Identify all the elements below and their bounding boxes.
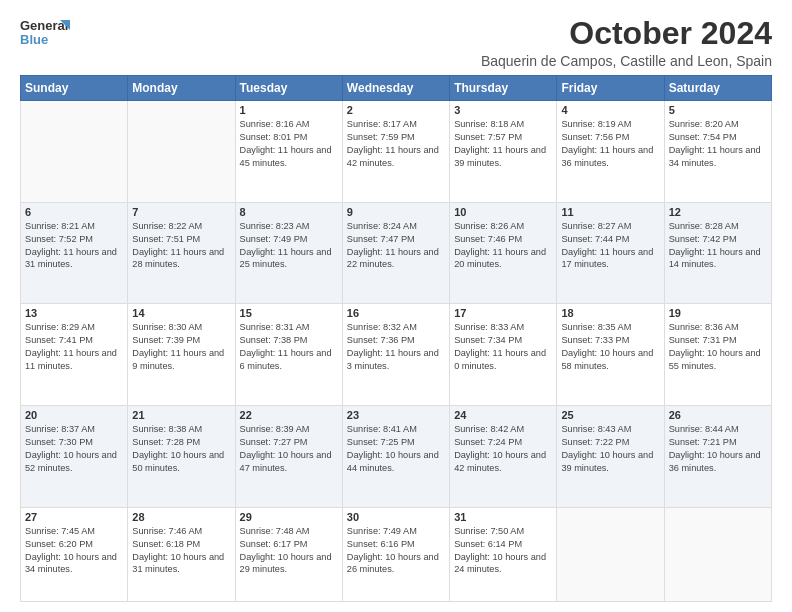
day-cell	[21, 101, 128, 203]
week-row-5: 27Sunrise: 7:45 AM Sunset: 6:20 PM Dayli…	[21, 507, 772, 601]
day-detail: Sunrise: 8:24 AM Sunset: 7:47 PM Dayligh…	[347, 220, 445, 272]
day-cell: 19Sunrise: 8:36 AM Sunset: 7:31 PM Dayli…	[664, 304, 771, 406]
day-detail: Sunrise: 7:48 AM Sunset: 6:17 PM Dayligh…	[240, 525, 338, 577]
day-cell: 11Sunrise: 8:27 AM Sunset: 7:44 PM Dayli…	[557, 202, 664, 304]
col-thursday: Thursday	[450, 76, 557, 101]
day-detail: Sunrise: 8:42 AM Sunset: 7:24 PM Dayligh…	[454, 423, 552, 475]
day-cell: 18Sunrise: 8:35 AM Sunset: 7:33 PM Dayli…	[557, 304, 664, 406]
day-cell: 25Sunrise: 8:43 AM Sunset: 7:22 PM Dayli…	[557, 406, 664, 508]
day-detail: Sunrise: 8:27 AM Sunset: 7:44 PM Dayligh…	[561, 220, 659, 272]
day-number: 12	[669, 206, 767, 218]
day-number: 3	[454, 104, 552, 116]
title-block: October 2024 Baquerin de Campos, Castill…	[481, 16, 772, 69]
week-row-1: 1Sunrise: 8:16 AM Sunset: 8:01 PM Daylig…	[21, 101, 772, 203]
day-number: 26	[669, 409, 767, 421]
day-cell: 1Sunrise: 8:16 AM Sunset: 8:01 PM Daylig…	[235, 101, 342, 203]
day-detail: Sunrise: 8:31 AM Sunset: 7:38 PM Dayligh…	[240, 321, 338, 373]
day-cell: 27Sunrise: 7:45 AM Sunset: 6:20 PM Dayli…	[21, 507, 128, 601]
day-number: 1	[240, 104, 338, 116]
day-cell: 13Sunrise: 8:29 AM Sunset: 7:41 PM Dayli…	[21, 304, 128, 406]
day-cell: 30Sunrise: 7:49 AM Sunset: 6:16 PM Dayli…	[342, 507, 449, 601]
day-cell: 15Sunrise: 8:31 AM Sunset: 7:38 PM Dayli…	[235, 304, 342, 406]
day-detail: Sunrise: 8:19 AM Sunset: 7:56 PM Dayligh…	[561, 118, 659, 170]
day-number: 21	[132, 409, 230, 421]
col-tuesday: Tuesday	[235, 76, 342, 101]
day-number: 6	[25, 206, 123, 218]
week-row-2: 6Sunrise: 8:21 AM Sunset: 7:52 PM Daylig…	[21, 202, 772, 304]
day-detail: Sunrise: 8:30 AM Sunset: 7:39 PM Dayligh…	[132, 321, 230, 373]
day-number: 25	[561, 409, 659, 421]
day-number: 2	[347, 104, 445, 116]
day-number: 14	[132, 307, 230, 319]
col-monday: Monday	[128, 76, 235, 101]
day-detail: Sunrise: 8:38 AM Sunset: 7:28 PM Dayligh…	[132, 423, 230, 475]
svg-text:Blue: Blue	[20, 32, 48, 47]
week-row-4: 20Sunrise: 8:37 AM Sunset: 7:30 PM Dayli…	[21, 406, 772, 508]
day-number: 24	[454, 409, 552, 421]
header: General Blue October 2024 Baquerin de Ca…	[20, 16, 772, 69]
day-detail: Sunrise: 8:43 AM Sunset: 7:22 PM Dayligh…	[561, 423, 659, 475]
calendar-header-row: Sunday Monday Tuesday Wednesday Thursday…	[21, 76, 772, 101]
day-cell: 22Sunrise: 8:39 AM Sunset: 7:27 PM Dayli…	[235, 406, 342, 508]
day-cell: 16Sunrise: 8:32 AM Sunset: 7:36 PM Dayli…	[342, 304, 449, 406]
day-cell: 12Sunrise: 8:28 AM Sunset: 7:42 PM Dayli…	[664, 202, 771, 304]
day-number: 16	[347, 307, 445, 319]
day-detail: Sunrise: 7:45 AM Sunset: 6:20 PM Dayligh…	[25, 525, 123, 577]
day-detail: Sunrise: 8:20 AM Sunset: 7:54 PM Dayligh…	[669, 118, 767, 170]
day-cell: 29Sunrise: 7:48 AM Sunset: 6:17 PM Dayli…	[235, 507, 342, 601]
day-cell: 4Sunrise: 8:19 AM Sunset: 7:56 PM Daylig…	[557, 101, 664, 203]
day-cell: 10Sunrise: 8:26 AM Sunset: 7:46 PM Dayli…	[450, 202, 557, 304]
day-cell: 26Sunrise: 8:44 AM Sunset: 7:21 PM Dayli…	[664, 406, 771, 508]
day-number: 22	[240, 409, 338, 421]
day-cell: 20Sunrise: 8:37 AM Sunset: 7:30 PM Dayli…	[21, 406, 128, 508]
day-number: 30	[347, 511, 445, 523]
col-sunday: Sunday	[21, 76, 128, 101]
day-detail: Sunrise: 8:44 AM Sunset: 7:21 PM Dayligh…	[669, 423, 767, 475]
day-detail: Sunrise: 8:35 AM Sunset: 7:33 PM Dayligh…	[561, 321, 659, 373]
logo-svg: General Blue	[20, 16, 70, 52]
day-detail: Sunrise: 8:22 AM Sunset: 7:51 PM Dayligh…	[132, 220, 230, 272]
day-detail: Sunrise: 8:18 AM Sunset: 7:57 PM Dayligh…	[454, 118, 552, 170]
day-number: 13	[25, 307, 123, 319]
day-detail: Sunrise: 7:50 AM Sunset: 6:14 PM Dayligh…	[454, 525, 552, 577]
day-cell	[664, 507, 771, 601]
day-number: 29	[240, 511, 338, 523]
day-cell: 7Sunrise: 8:22 AM Sunset: 7:51 PM Daylig…	[128, 202, 235, 304]
day-number: 7	[132, 206, 230, 218]
day-detail: Sunrise: 8:39 AM Sunset: 7:27 PM Dayligh…	[240, 423, 338, 475]
day-cell: 17Sunrise: 8:33 AM Sunset: 7:34 PM Dayli…	[450, 304, 557, 406]
day-number: 9	[347, 206, 445, 218]
day-cell: 3Sunrise: 8:18 AM Sunset: 7:57 PM Daylig…	[450, 101, 557, 203]
day-detail: Sunrise: 8:16 AM Sunset: 8:01 PM Dayligh…	[240, 118, 338, 170]
day-detail: Sunrise: 8:33 AM Sunset: 7:34 PM Dayligh…	[454, 321, 552, 373]
day-number: 31	[454, 511, 552, 523]
day-cell: 24Sunrise: 8:42 AM Sunset: 7:24 PM Dayli…	[450, 406, 557, 508]
col-wednesday: Wednesday	[342, 76, 449, 101]
day-cell: 28Sunrise: 7:46 AM Sunset: 6:18 PM Dayli…	[128, 507, 235, 601]
day-number: 27	[25, 511, 123, 523]
day-cell: 8Sunrise: 8:23 AM Sunset: 7:49 PM Daylig…	[235, 202, 342, 304]
day-detail: Sunrise: 8:17 AM Sunset: 7:59 PM Dayligh…	[347, 118, 445, 170]
day-cell	[557, 507, 664, 601]
col-saturday: Saturday	[664, 76, 771, 101]
day-detail: Sunrise: 8:21 AM Sunset: 7:52 PM Dayligh…	[25, 220, 123, 272]
day-number: 28	[132, 511, 230, 523]
day-detail: Sunrise: 8:32 AM Sunset: 7:36 PM Dayligh…	[347, 321, 445, 373]
day-cell: 31Sunrise: 7:50 AM Sunset: 6:14 PM Dayli…	[450, 507, 557, 601]
day-number: 5	[669, 104, 767, 116]
day-detail: Sunrise: 7:49 AM Sunset: 6:16 PM Dayligh…	[347, 525, 445, 577]
day-detail: Sunrise: 8:29 AM Sunset: 7:41 PM Dayligh…	[25, 321, 123, 373]
day-cell	[128, 101, 235, 203]
day-number: 10	[454, 206, 552, 218]
day-cell: 2Sunrise: 8:17 AM Sunset: 7:59 PM Daylig…	[342, 101, 449, 203]
day-number: 17	[454, 307, 552, 319]
day-cell: 5Sunrise: 8:20 AM Sunset: 7:54 PM Daylig…	[664, 101, 771, 203]
day-number: 15	[240, 307, 338, 319]
day-cell: 9Sunrise: 8:24 AM Sunset: 7:47 PM Daylig…	[342, 202, 449, 304]
day-cell: 21Sunrise: 8:38 AM Sunset: 7:28 PM Dayli…	[128, 406, 235, 508]
location-title: Baquerin de Campos, Castille and Leon, S…	[481, 53, 772, 69]
day-number: 18	[561, 307, 659, 319]
day-number: 19	[669, 307, 767, 319]
week-row-3: 13Sunrise: 8:29 AM Sunset: 7:41 PM Dayli…	[21, 304, 772, 406]
day-number: 8	[240, 206, 338, 218]
